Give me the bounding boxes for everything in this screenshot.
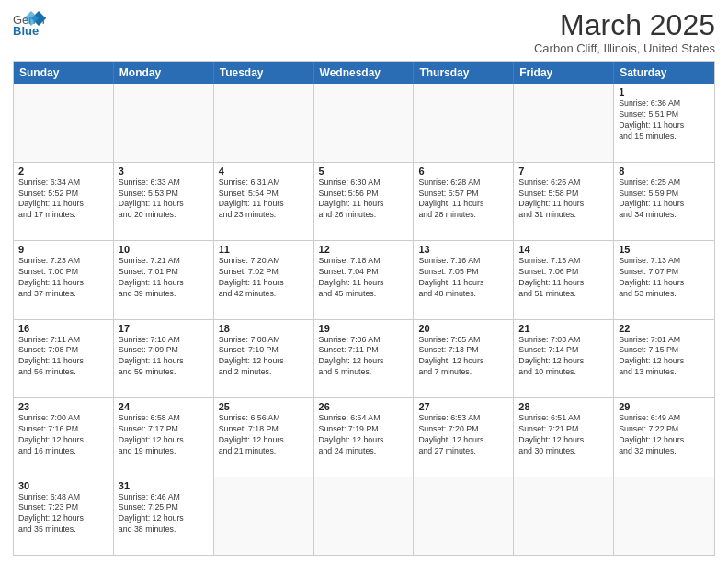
sun-info-20: Sunrise: 7:05 AM Sunset: 7:13 PM Dayligh… <box>418 335 508 379</box>
sun-info-14: Sunrise: 7:15 AM Sunset: 7:06 PM Dayligh… <box>518 256 609 300</box>
calendar-cell-r2-c5: 14Sunrise: 7:15 AM Sunset: 7:06 PM Dayli… <box>514 241 614 318</box>
sun-info-30: Sunrise: 6:48 AM Sunset: 7:23 PM Dayligh… <box>18 492 108 536</box>
header: General Blue March 2025 Carbon Cliff, Il… <box>13 9 715 55</box>
sun-info-22: Sunrise: 7:01 AM Sunset: 7:15 PM Dayligh… <box>619 335 710 379</box>
sun-info-10: Sunrise: 7:21 AM Sunset: 7:01 PM Dayligh… <box>119 256 209 300</box>
calendar-cell-r1-c6: 8Sunrise: 6:25 AM Sunset: 5:59 PM Daylig… <box>614 163 714 240</box>
sun-info-18: Sunrise: 7:08 AM Sunset: 7:10 PM Dayligh… <box>219 335 309 379</box>
header-tuesday: Tuesday <box>214 62 314 84</box>
calendar-cell-r4-c0: 23Sunrise: 7:00 AM Sunset: 7:16 PM Dayli… <box>14 398 114 476</box>
calendar-cell-r4-c5: 28Sunrise: 6:51 AM Sunset: 7:21 PM Dayli… <box>514 398 614 476</box>
day-number-13: 13 <box>418 244 508 255</box>
header-sunday: Sunday <box>14 62 114 84</box>
calendar-row-5: 30Sunrise: 6:48 AM Sunset: 7:23 PM Dayli… <box>14 477 714 555</box>
day-number-25: 25 <box>219 401 309 412</box>
calendar-row-0: 1Sunrise: 6:36 AM Sunset: 5:51 PM Daylig… <box>14 84 714 161</box>
calendar-cell-r2-c6: 15Sunrise: 7:13 AM Sunset: 7:07 PM Dayli… <box>614 241 714 318</box>
header-friday: Friday <box>514 62 614 84</box>
calendar-cell-r1-c2: 4Sunrise: 6:31 AM Sunset: 5:54 PM Daylig… <box>214 163 314 240</box>
sun-info-7: Sunrise: 6:26 AM Sunset: 5:58 PM Dayligh… <box>518 178 609 222</box>
sun-info-9: Sunrise: 7:23 AM Sunset: 7:00 PM Dayligh… <box>18 256 108 300</box>
calendar-cell-r2-c4: 13Sunrise: 7:16 AM Sunset: 7:05 PM Dayli… <box>414 241 514 318</box>
calendar-row-4: 23Sunrise: 7:00 AM Sunset: 7:16 PM Dayli… <box>14 397 714 476</box>
calendar-cell-r3-c5: 21Sunrise: 7:03 AM Sunset: 7:14 PM Dayli… <box>514 320 614 397</box>
day-number-9: 9 <box>18 244 108 255</box>
sun-info-23: Sunrise: 7:00 AM Sunset: 7:16 PM Dayligh… <box>18 413 108 457</box>
sun-info-3: Sunrise: 6:33 AM Sunset: 5:53 PM Dayligh… <box>119 178 209 222</box>
svg-text:Blue: Blue <box>13 24 39 37</box>
calendar-cell-r4-c4: 27Sunrise: 6:53 AM Sunset: 7:20 PM Dayli… <box>414 398 514 476</box>
calendar-cell-r4-c3: 26Sunrise: 6:54 AM Sunset: 7:19 PM Dayli… <box>314 398 415 476</box>
day-number-30: 30 <box>18 480 108 491</box>
day-number-7: 7 <box>518 166 609 177</box>
calendar-cell-r5-c1: 31Sunrise: 6:46 AM Sunset: 7:25 PM Dayli… <box>114 477 214 555</box>
calendar-cell-r2-c3: 12Sunrise: 7:18 AM Sunset: 7:04 PM Dayli… <box>314 241 415 318</box>
sun-info-13: Sunrise: 7:16 AM Sunset: 7:05 PM Dayligh… <box>418 256 508 300</box>
calendar-row-1: 2Sunrise: 6:34 AM Sunset: 5:52 PM Daylig… <box>14 162 714 240</box>
day-number-11: 11 <box>219 244 309 255</box>
day-number-2: 2 <box>18 166 108 177</box>
calendar-cell-r0-c1 <box>114 84 214 161</box>
calendar-cell-r1-c3: 5Sunrise: 6:30 AM Sunset: 5:56 PM Daylig… <box>314 163 415 240</box>
day-number-23: 23 <box>18 401 108 412</box>
sun-info-21: Sunrise: 7:03 AM Sunset: 7:14 PM Dayligh… <box>518 335 609 379</box>
calendar-cell-r5-c4 <box>414 477 514 555</box>
day-number-22: 22 <box>619 323 710 334</box>
sun-info-24: Sunrise: 6:58 AM Sunset: 7:17 PM Dayligh… <box>119 413 209 457</box>
calendar-row-3: 16Sunrise: 7:11 AM Sunset: 7:08 PM Dayli… <box>14 319 714 397</box>
header-monday: Monday <box>114 62 214 84</box>
sun-info-8: Sunrise: 6:25 AM Sunset: 5:59 PM Dayligh… <box>619 178 710 222</box>
calendar-cell-r5-c6 <box>614 477 714 555</box>
title-block: March 2025 Carbon Cliff, Illinois, Unite… <box>534 9 715 55</box>
sun-info-17: Sunrise: 7:10 AM Sunset: 7:09 PM Dayligh… <box>119 335 209 379</box>
calendar-cell-r5-c2 <box>214 477 314 555</box>
day-number-29: 29 <box>619 401 710 412</box>
calendar-cell-r0-c0 <box>14 84 114 161</box>
location: Carbon Cliff, Illinois, United States <box>534 41 715 55</box>
day-number-20: 20 <box>418 323 508 334</box>
calendar-body: 1Sunrise: 6:36 AM Sunset: 5:51 PM Daylig… <box>14 84 714 555</box>
day-number-17: 17 <box>119 323 209 334</box>
calendar-cell-r5-c3 <box>314 477 415 555</box>
calendar-cell-r1-c0: 2Sunrise: 6:34 AM Sunset: 5:52 PM Daylig… <box>14 163 114 240</box>
calendar-cell-r2-c1: 10Sunrise: 7:21 AM Sunset: 7:01 PM Dayli… <box>114 241 214 318</box>
header-thursday: Thursday <box>414 62 514 84</box>
sun-info-11: Sunrise: 7:20 AM Sunset: 7:02 PM Dayligh… <box>219 256 309 300</box>
day-number-27: 27 <box>418 401 508 412</box>
calendar-cell-r4-c6: 29Sunrise: 6:49 AM Sunset: 7:22 PM Dayli… <box>614 398 714 476</box>
calendar-cell-r2-c0: 9Sunrise: 7:23 AM Sunset: 7:00 PM Daylig… <box>14 241 114 318</box>
header-wednesday: Wednesday <box>314 62 415 84</box>
day-number-10: 10 <box>119 244 209 255</box>
day-number-1: 1 <box>619 86 710 98</box>
calendar-cell-r3-c3: 19Sunrise: 7:06 AM Sunset: 7:11 PM Dayli… <box>314 320 415 397</box>
day-number-5: 5 <box>319 166 409 177</box>
sun-info-4: Sunrise: 6:31 AM Sunset: 5:54 PM Dayligh… <box>219 178 309 222</box>
calendar-cell-r3-c0: 16Sunrise: 7:11 AM Sunset: 7:08 PM Dayli… <box>14 320 114 397</box>
calendar-cell-r0-c4 <box>414 84 514 161</box>
generalblue-logo-icon: General Blue <box>13 9 46 37</box>
day-number-26: 26 <box>319 401 409 412</box>
calendar-cell-r4-c1: 24Sunrise: 6:58 AM Sunset: 7:17 PM Dayli… <box>114 398 214 476</box>
day-number-24: 24 <box>119 401 209 412</box>
day-number-8: 8 <box>619 166 710 177</box>
calendar-cell-r3-c2: 18Sunrise: 7:08 AM Sunset: 7:10 PM Dayli… <box>214 320 314 397</box>
sun-info-27: Sunrise: 6:53 AM Sunset: 7:20 PM Dayligh… <box>418 413 508 457</box>
calendar-cell-r0-c6: 1Sunrise: 6:36 AM Sunset: 5:51 PM Daylig… <box>614 84 714 161</box>
calendar: Sunday Monday Tuesday Wednesday Thursday… <box>13 61 715 556</box>
sun-info-29: Sunrise: 6:49 AM Sunset: 7:22 PM Dayligh… <box>619 413 710 457</box>
day-number-14: 14 <box>518 244 609 255</box>
sun-info-19: Sunrise: 7:06 AM Sunset: 7:11 PM Dayligh… <box>319 335 409 379</box>
calendar-cell-r3-c4: 20Sunrise: 7:05 AM Sunset: 7:13 PM Dayli… <box>414 320 514 397</box>
sun-info-31: Sunrise: 6:46 AM Sunset: 7:25 PM Dayligh… <box>119 492 209 536</box>
sun-info-16: Sunrise: 7:11 AM Sunset: 7:08 PM Dayligh… <box>18 335 108 379</box>
calendar-cell-r1-c1: 3Sunrise: 6:33 AM Sunset: 5:53 PM Daylig… <box>114 163 214 240</box>
day-number-28: 28 <box>518 401 609 412</box>
calendar-cell-r0-c3 <box>314 84 415 161</box>
calendar-cell-r0-c5 <box>514 84 614 161</box>
calendar-cell-r3-c1: 17Sunrise: 7:10 AM Sunset: 7:09 PM Dayli… <box>114 320 214 397</box>
sun-info-2: Sunrise: 6:34 AM Sunset: 5:52 PM Dayligh… <box>18 178 108 222</box>
page: General Blue March 2025 Carbon Cliff, Il… <box>0 0 728 563</box>
day-number-15: 15 <box>619 244 710 255</box>
day-number-31: 31 <box>119 480 209 491</box>
calendar-cell-r5-c5 <box>514 477 614 555</box>
